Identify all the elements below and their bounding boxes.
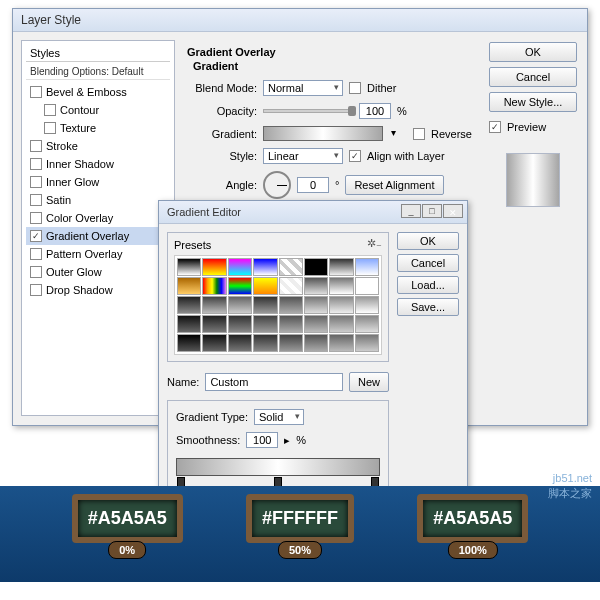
- style-checkbox[interactable]: [30, 140, 42, 152]
- ge-cancel-button[interactable]: Cancel: [397, 254, 459, 272]
- blendmode-select[interactable]: Normal: [263, 80, 343, 96]
- angle-dial[interactable]: [263, 171, 291, 199]
- name-input[interactable]: Custom: [205, 373, 343, 391]
- preset-swatch[interactable]: [202, 258, 226, 276]
- style-item-inner-shadow[interactable]: Inner Shadow: [26, 155, 170, 173]
- dither-checkbox[interactable]: [349, 82, 361, 94]
- gradient-editor-titlebar[interactable]: Gradient Editor _ □ ✕: [159, 201, 467, 224]
- maximize-icon[interactable]: □: [422, 204, 442, 218]
- style-checkbox[interactable]: [30, 230, 42, 242]
- reverse-checkbox[interactable]: [413, 128, 425, 140]
- style-item-color-overlay[interactable]: Color Overlay: [26, 209, 170, 227]
- pct-unit: %: [296, 434, 306, 446]
- preset-swatch[interactable]: [355, 334, 379, 352]
- preset-swatch[interactable]: [228, 296, 252, 314]
- ge-ok-button[interactable]: OK: [397, 232, 459, 250]
- close-icon[interactable]: ✕: [443, 204, 463, 218]
- style-checkbox[interactable]: [44, 122, 56, 134]
- preset-swatch[interactable]: [329, 258, 353, 276]
- style-checkbox[interactable]: [30, 158, 42, 170]
- group-title: Gradient Overlay: [187, 46, 475, 58]
- preset-swatch[interactable]: [177, 258, 201, 276]
- new-style-button[interactable]: New Style...: [489, 92, 577, 112]
- style-item-inner-glow[interactable]: Inner Glow: [26, 173, 170, 191]
- style-item-gradient-overlay[interactable]: Gradient Overlay: [26, 227, 170, 245]
- preset-swatch[interactable]: [304, 258, 328, 276]
- opacity-value[interactable]: 100: [359, 103, 391, 119]
- style-label: Outer Glow: [46, 266, 102, 278]
- preset-swatch[interactable]: [253, 334, 277, 352]
- preview-checkbox[interactable]: [489, 121, 501, 133]
- style-checkbox[interactable]: [30, 284, 42, 296]
- style-checkbox[interactable]: [30, 176, 42, 188]
- preset-swatch[interactable]: [202, 334, 226, 352]
- preset-swatch[interactable]: [279, 258, 303, 276]
- reset-alignment-button[interactable]: Reset Alignment: [345, 175, 443, 195]
- preset-swatch[interactable]: [279, 296, 303, 314]
- style-checkbox[interactable]: [30, 248, 42, 260]
- style-item-contour[interactable]: Contour: [26, 101, 170, 119]
- style-item-drop-shadow[interactable]: Drop Shadow: [26, 281, 170, 299]
- style-checkbox[interactable]: [30, 212, 42, 224]
- preset-swatch[interactable]: [329, 334, 353, 352]
- preset-swatch[interactable]: [355, 277, 379, 295]
- preset-swatch[interactable]: [329, 315, 353, 333]
- gradient-type-select[interactable]: Solid: [254, 409, 304, 425]
- style-item-texture[interactable]: Texture: [26, 119, 170, 137]
- style-item-bevel-emboss[interactable]: Bevel & Emboss: [26, 83, 170, 101]
- preset-swatch[interactable]: [202, 296, 226, 314]
- style-checkbox[interactable]: [30, 194, 42, 206]
- style-select[interactable]: Linear: [263, 148, 343, 164]
- style-item-pattern-overlay[interactable]: Pattern Overlay: [26, 245, 170, 263]
- style-item-outer-glow[interactable]: Outer Glow: [26, 263, 170, 281]
- preset-swatch[interactable]: [355, 258, 379, 276]
- minimize-icon[interactable]: _: [401, 204, 421, 218]
- opacity-slider[interactable]: [263, 109, 353, 113]
- preset-swatch[interactable]: [253, 315, 277, 333]
- preset-swatch[interactable]: [355, 296, 379, 314]
- gradient-picker[interactable]: [263, 126, 383, 141]
- preset-swatch[interactable]: [177, 315, 201, 333]
- preset-swatch[interactable]: [304, 334, 328, 352]
- smoothness-value[interactable]: 100: [246, 432, 278, 448]
- preset-swatch[interactable]: [253, 296, 277, 314]
- preset-swatch[interactable]: [177, 334, 201, 352]
- preset-swatch[interactable]: [279, 277, 303, 295]
- preset-swatch[interactable]: [202, 315, 226, 333]
- preset-swatch[interactable]: [329, 277, 353, 295]
- preset-swatch[interactable]: [177, 277, 201, 295]
- gradient-ramp[interactable]: [176, 458, 380, 476]
- preset-swatch[interactable]: [279, 334, 303, 352]
- preset-swatch[interactable]: [177, 296, 201, 314]
- gear-icon[interactable]: ✲₋: [367, 237, 382, 250]
- ge-save-button[interactable]: Save...: [397, 298, 459, 316]
- preset-swatch[interactable]: [355, 315, 379, 333]
- preset-swatch[interactable]: [228, 334, 252, 352]
- style-item-satin[interactable]: Satin: [26, 191, 170, 209]
- cancel-button[interactable]: Cancel: [489, 67, 577, 87]
- layer-style-titlebar[interactable]: Layer Style: [13, 9, 587, 32]
- new-button[interactable]: New: [349, 372, 389, 392]
- preset-swatch[interactable]: [228, 315, 252, 333]
- style-checkbox[interactable]: [30, 266, 42, 278]
- ok-button[interactable]: OK: [489, 42, 577, 62]
- preset-swatch[interactable]: [279, 315, 303, 333]
- blending-options[interactable]: Blending Options: Default: [26, 64, 170, 80]
- preview-swatch: [506, 153, 560, 207]
- preset-swatch[interactable]: [228, 277, 252, 295]
- angle-value[interactable]: 0: [297, 177, 329, 193]
- preset-swatch[interactable]: [202, 277, 226, 295]
- ge-load-button[interactable]: Load...: [397, 276, 459, 294]
- align-checkbox[interactable]: [349, 150, 361, 162]
- blendmode-label: Blend Mode:: [187, 82, 257, 94]
- style-item-stroke[interactable]: Stroke: [26, 137, 170, 155]
- style-checkbox[interactable]: [44, 104, 56, 116]
- preset-swatch[interactable]: [304, 277, 328, 295]
- preset-swatch[interactable]: [253, 277, 277, 295]
- preset-swatch[interactable]: [304, 315, 328, 333]
- preset-swatch[interactable]: [329, 296, 353, 314]
- preset-swatch[interactable]: [253, 258, 277, 276]
- style-checkbox[interactable]: [30, 86, 42, 98]
- preset-swatch[interactable]: [304, 296, 328, 314]
- preset-swatch[interactable]: [228, 258, 252, 276]
